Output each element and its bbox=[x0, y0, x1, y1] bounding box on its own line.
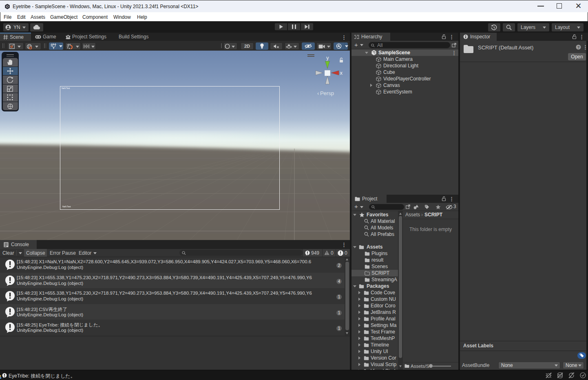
svg-text:y: y bbox=[326, 55, 329, 61]
svg-text:Y: Y bbox=[53, 46, 55, 49]
svg-text:x: x bbox=[340, 70, 343, 76]
svg-text:?: ? bbox=[577, 45, 580, 49]
